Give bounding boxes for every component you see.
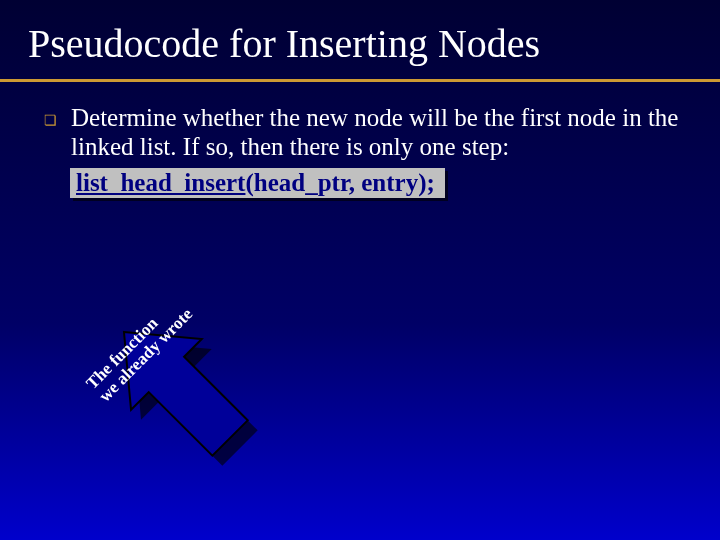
body: ❏ Determine whether the new node will be… <box>0 82 720 198</box>
code-arguments: (head_ptr, entry); <box>245 169 434 196</box>
page-title: Pseudocode for Inserting Nodes <box>0 0 720 79</box>
bullet-text: Determine whether the new node will be t… <box>71 104 690 162</box>
code-box: list_head_insert(head_ptr, entry); <box>70 168 445 198</box>
code-function-name: list_head_insert <box>76 169 245 196</box>
svg-marker-1 <box>92 300 262 470</box>
slide: Pseudocode for Inserting Nodes ❏ Determi… <box>0 0 720 540</box>
bullet-row: ❏ Determine whether the new node will be… <box>44 104 690 162</box>
up-arrow-icon <box>92 300 262 470</box>
bullet-icon: ❏ <box>44 112 57 129</box>
